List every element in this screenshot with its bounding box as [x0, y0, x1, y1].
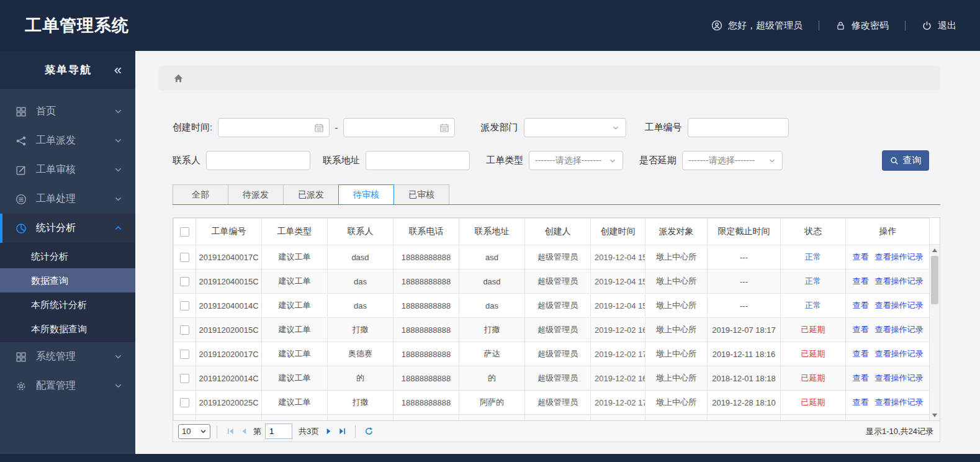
page-number-input[interactable] [265, 424, 292, 439]
date-start-field[interactable] [223, 123, 314, 133]
app-title: 工单管理系统 [25, 14, 129, 37]
cell-order_no: 201912020015C [196, 318, 262, 342]
select-all-checkbox[interactable] [180, 227, 189, 237]
search-button[interactable]: 查询 [882, 150, 929, 171]
view-log-link[interactable]: 查看操作记录 [875, 373, 924, 383]
change-password-button[interactable]: 修改密码 [835, 20, 889, 32]
dispatch-dept-label: 派发部门 [481, 122, 518, 134]
cell-deadline: 2019-12-28 18:10 [708, 391, 781, 415]
chevron-up-icon [114, 224, 123, 233]
cell-phone: 18888888888 [393, 342, 459, 366]
sidebar-subitem-1[interactable]: 数据查询 [0, 268, 135, 292]
cell-deadline: --- [708, 294, 781, 318]
refresh-icon[interactable] [362, 425, 375, 438]
next-page-icon[interactable] [321, 425, 335, 438]
view-link[interactable]: 查看 [853, 301, 869, 310]
tab-4[interactable]: 已审核 [393, 184, 449, 204]
view-link[interactable]: 查看 [853, 397, 869, 407]
row-checkbox[interactable] [180, 350, 189, 359]
sidebar-subitem-3[interactable]: 本所数据查询 [0, 317, 135, 341]
last-page-icon[interactable] [335, 425, 349, 438]
view-link[interactable]: 查看 [853, 276, 869, 286]
sidebar-item-1[interactable]: 工单派发 [0, 126, 135, 155]
chevron-down-icon [768, 156, 776, 165]
column-header: 联系电话 [393, 219, 459, 245]
app-footer [0, 454, 980, 462]
view-log-link[interactable]: 查看操作记录 [875, 325, 924, 334]
view-log-link[interactable]: 查看操作记录 [875, 252, 924, 261]
create-time-start-input[interactable] [218, 118, 330, 137]
row-checkbox[interactable] [180, 277, 189, 286]
sidebar-item-3[interactable]: 工单处理 [0, 184, 135, 214]
address-field[interactable] [371, 156, 464, 166]
view-log-link[interactable]: 查看操作记录 [875, 276, 924, 286]
view-link[interactable]: 查看 [853, 252, 869, 261]
column-header: 创建时间 [591, 219, 645, 245]
dispatch-dept-select[interactable] [524, 118, 626, 137]
table-row: 201912020025C建议工单打撒18888888888阿萨的超级管理员20… [174, 391, 930, 415]
order-no-field[interactable] [693, 123, 783, 133]
delay-select[interactable]: -------请选择------- [682, 151, 783, 170]
row-checkbox[interactable] [180, 325, 189, 335]
view-log-link[interactable]: 查看操作记录 [875, 397, 924, 407]
tab-0[interactable]: 全部 [173, 184, 228, 204]
sidebar-menu: 首页工单派发工单审核工单处理统计分析统计分析数据查询本所统计分析本所数据查询系统… [0, 89, 135, 401]
prev-page-icon[interactable] [237, 425, 251, 438]
cell-created: 2019-12-02 16 [591, 318, 645, 342]
first-page-icon[interactable] [223, 425, 237, 438]
status-badge: 正常 [781, 245, 846, 270]
sidebar-item-label: 配置管理 [36, 379, 76, 392]
cell-deadline: 2018-12-01 18:18 [708, 366, 781, 391]
table-scrollbar[interactable] [929, 218, 940, 420]
pagination-bar: 10 第 共3页 显示1-10,共24记录 [173, 421, 940, 442]
order-type-select[interactable]: -------请选择------- [529, 151, 623, 170]
order-no-input[interactable] [688, 118, 789, 137]
contact-field[interactable] [212, 156, 305, 166]
view-link[interactable]: 查看 [853, 325, 869, 334]
cell-type: 建议工单 [262, 294, 328, 318]
tab-3[interactable]: 待审核 [338, 184, 394, 205]
sidebar-item-2[interactable]: 工单审核 [0, 155, 135, 184]
tab-1[interactable]: 待派发 [228, 184, 284, 204]
contact-input[interactable] [206, 151, 310, 170]
scroll-up-icon[interactable] [930, 245, 940, 255]
sidebar-item-4[interactable]: 统计分析 [0, 214, 135, 243]
view-link[interactable]: 查看 [853, 373, 869, 383]
date-end-field[interactable] [349, 123, 439, 133]
sidebar-subitem-0[interactable]: 统计分析 [0, 244, 135, 268]
pager-separator [355, 425, 356, 438]
sidebar-subitem-2[interactable]: 本所统计分析 [0, 292, 135, 317]
row-checkbox[interactable] [180, 301, 189, 310]
sidebar-item-label: 系统管理 [36, 350, 76, 363]
order-type-label: 工单类型 [486, 155, 523, 166]
create-time-label: 创建时间: [173, 122, 212, 134]
logout-button[interactable]: 退出 [922, 20, 956, 32]
column-header: 限定截止时间 [708, 219, 781, 245]
page-size-select[interactable]: 10 [178, 424, 210, 439]
collapse-sidebar-icon[interactable]: « [114, 63, 122, 77]
grid-icon [15, 106, 27, 117]
view-link[interactable]: 查看 [853, 349, 869, 358]
sidebar-item-5[interactable]: 系统管理 [0, 342, 135, 371]
scrollbar-thumb[interactable] [931, 256, 938, 304]
sidebar-item-0[interactable]: 首页 [0, 97, 135, 126]
tab-2[interactable]: 已派发 [283, 184, 339, 204]
row-checkbox[interactable] [180, 374, 189, 383]
address-input[interactable] [366, 151, 470, 170]
row-checkbox[interactable] [180, 253, 189, 262]
edit-icon [15, 165, 27, 176]
cell-created: 2019-12-02 16 [591, 366, 645, 391]
scroll-down-icon[interactable] [930, 410, 940, 420]
user-greeting[interactable]: 您好，超级管理员 [711, 20, 802, 32]
create-time-end-input[interactable] [343, 118, 455, 137]
cell-creator: 超级管理员 [525, 391, 591, 415]
view-log-link[interactable]: 查看操作记录 [875, 349, 924, 358]
row-checkbox[interactable] [180, 398, 189, 407]
sidebar-item-6[interactable]: 配置管理 [0, 371, 135, 401]
home-icon[interactable] [173, 73, 184, 84]
cell-deadline: 2019-12-11 18:16 [708, 342, 781, 366]
view-log-link[interactable]: 查看操作记录 [875, 301, 924, 310]
calendar-icon [314, 123, 324, 133]
pie-chart-icon [15, 223, 27, 234]
cell-type: 建议工单 [262, 366, 328, 391]
